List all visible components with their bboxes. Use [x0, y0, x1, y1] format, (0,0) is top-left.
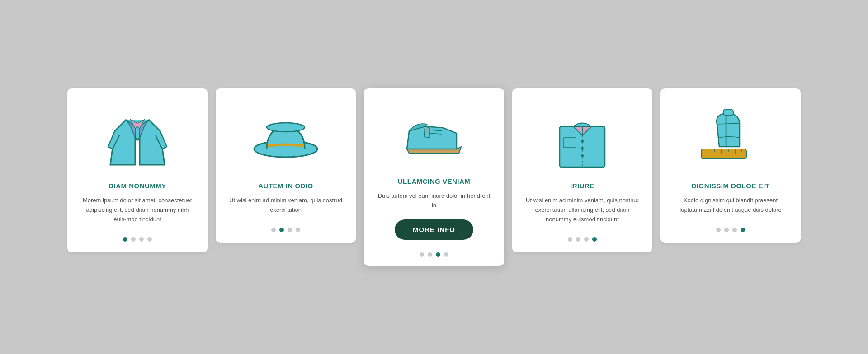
card-shirt-title: IRIURE: [570, 182, 594, 190]
card-hat-title: AUTEM IN ODIO: [258, 182, 313, 190]
svg-point-1: [267, 123, 305, 132]
card-jacket-dots: [123, 233, 152, 242]
card-shoe-title: ULLAMCING VENIAM: [398, 177, 471, 185]
dot: [568, 237, 572, 242]
card-shirt: IRIURE Ut wisi enim ad minim veniam, qui…: [512, 88, 652, 252]
card-shirt-text: Ut wisi enim ad minim veniam, quis nostr…: [525, 196, 640, 224]
svg-rect-19: [723, 110, 733, 115]
card-shoe: ULLAMCING VENIAM Duis autem vel eum iriu…: [364, 88, 504, 266]
dot: [147, 237, 152, 242]
dot: [732, 228, 737, 232]
svg-point-11: [581, 154, 584, 157]
dot-active: [279, 228, 284, 232]
card-jacket-text: Morem ipsum dolor sit amet, consectetuer…: [80, 196, 195, 224]
card-shoe-text: Duis autem vel eum iriure dolor in hendr…: [377, 191, 491, 210]
dot: [420, 252, 424, 257]
card-hat: AUTEM IN ODIO Ut wisi enim ad minim veni…: [216, 88, 356, 243]
card-hat-text: Ut wisi enim ad minim veniam, quis nostr…: [228, 196, 343, 215]
dot: [288, 228, 292, 232]
dot: [584, 237, 589, 242]
jacket-icon: [101, 102, 174, 174]
card-mannequin: DIGNISSIM DOLOE EIT Kodio dignissim qui …: [660, 88, 801, 243]
dot-active: [741, 228, 745, 232]
dot: [716, 228, 721, 232]
dot: [724, 228, 729, 232]
card-mannequin-dots: [716, 224, 745, 232]
shoe-icon: [398, 97, 470, 169]
card-jacket: DIAM NONUMMY Morem ipsum dolor sit amet,…: [67, 88, 208, 252]
card-shoe-dots: [420, 249, 448, 257]
dot: [139, 237, 144, 242]
dot-active: [436, 252, 440, 257]
dot: [296, 228, 300, 232]
dot-active: [123, 237, 127, 242]
card-shirt-dots: [568, 233, 597, 242]
svg-point-10: [581, 147, 584, 150]
shirt-icon: [546, 102, 618, 174]
hat-icon: [250, 102, 322, 174]
card-jacket-title: DIAM NONUMMY: [108, 182, 166, 190]
card-hat-dots: [271, 224, 300, 232]
dot: [271, 228, 276, 232]
dot: [576, 237, 580, 242]
card-mannequin-title: DIGNISSIM DOLOE EIT: [692, 182, 770, 190]
dot: [428, 252, 432, 257]
cards-container: DIAM NONUMMY Morem ipsum dolor sit amet,…: [40, 70, 828, 284]
dot: [131, 237, 136, 242]
dot-active: [592, 237, 597, 242]
mannequin-icon: [694, 102, 767, 174]
svg-point-9: [581, 140, 584, 143]
more-info-button[interactable]: MORE INFO: [395, 219, 473, 240]
card-mannequin-text: Kodio dignissim qui blandit praesent lup…: [673, 196, 788, 215]
dot: [444, 252, 448, 257]
